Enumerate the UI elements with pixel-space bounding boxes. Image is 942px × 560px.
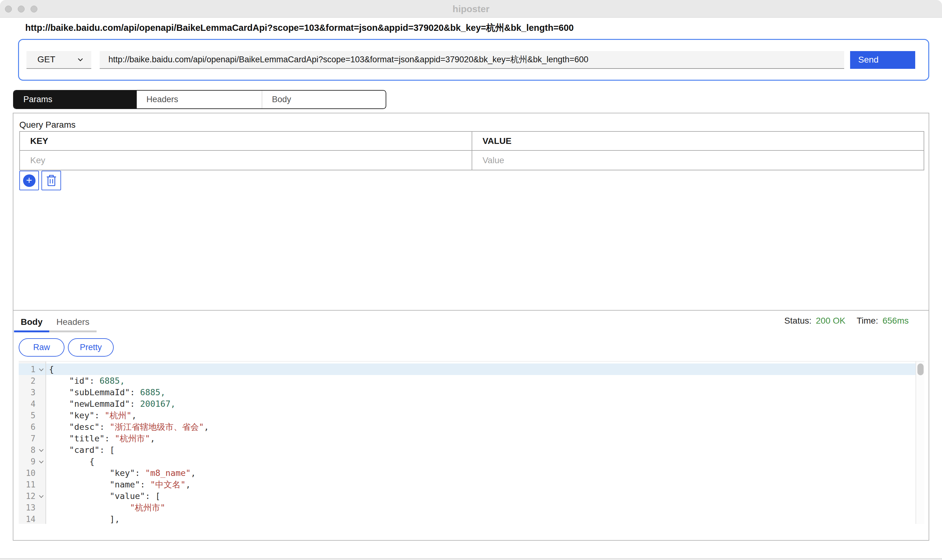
code-line: 12 "value": [: [19, 490, 916, 502]
param-row-actions: +: [19, 171, 61, 190]
line-number: 3: [19, 388, 46, 397]
code-lines: 1{2 "id": 6885,3 "subLemmaId": 6885,4 "n…: [19, 363, 916, 524]
response-body-viewer: 1{2 "id": 6885,3 "subLemmaId": 6885,4 "n…: [19, 361, 924, 524]
window-title: hiposter: [0, 0, 942, 18]
response-view-buttons: Raw Pretty: [19, 338, 114, 357]
line-number: 4: [19, 399, 46, 409]
status-label: Status:: [784, 316, 811, 326]
scrollbar-thumb[interactable]: [917, 363, 924, 375]
param-value-input[interactable]: [483, 155, 902, 165]
pretty-button[interactable]: Pretty: [68, 338, 114, 357]
table-row: [20, 151, 924, 170]
delete-param-button[interactable]: [42, 171, 61, 190]
request-response-divider: [13, 310, 929, 311]
line-number: 13: [19, 503, 46, 512]
column-header-key: KEY: [20, 132, 472, 150]
fold-chevron-icon[interactable]: [38, 368, 44, 372]
method-select[interactable]: GET: [26, 51, 91, 69]
column-header-value: VALUE: [472, 132, 924, 150]
chevron-down-icon: [76, 55, 85, 63]
code-line: 8 "card": [: [19, 444, 916, 456]
code-scrollbar[interactable]: [916, 362, 924, 524]
request-tabs: Params Headers Body: [13, 90, 386, 109]
param-key-input[interactable]: [30, 155, 449, 165]
request-url-heading: http://baike.baidu.com/api/openapi/Baike…: [25, 22, 574, 34]
fold-chevron-icon[interactable]: [38, 448, 44, 452]
query-params-title: Query Params: [19, 120, 76, 130]
query-params-table: KEY VALUE: [19, 131, 924, 170]
fold-chevron-icon[interactable]: [38, 460, 44, 464]
code-line: 13 "杭州市": [19, 502, 916, 513]
send-button[interactable]: Send: [850, 51, 915, 69]
code-line: 5 "key": "杭州",: [19, 409, 916, 421]
response-tab-headers[interactable]: Headers: [49, 314, 97, 332]
trash-icon: [46, 174, 57, 187]
code-line: 1{: [19, 363, 916, 375]
tab-body[interactable]: Body: [262, 91, 386, 108]
tab-headers[interactable]: Headers: [137, 91, 262, 108]
window-bottom-edge: [0, 558, 942, 559]
line-number: 6: [19, 422, 46, 432]
raw-button[interactable]: Raw: [19, 338, 65, 357]
response-status: Status: 200 OK Time: 656ms: [784, 316, 909, 326]
line-number: 10: [19, 468, 46, 478]
code-line: 2 "id": 6885,: [19, 375, 916, 386]
code-line: 3 "subLemmaId": 6885,: [19, 386, 916, 398]
add-param-button[interactable]: +: [19, 171, 39, 190]
code-line: 6 "desc": "浙江省辖地级市、省会",: [19, 421, 916, 432]
time-label: Time:: [857, 316, 878, 326]
code-line: 4 "newLemmaId": 200167,: [19, 398, 916, 409]
app-window: hiposter http://baike.baidu.com/api/open…: [0, 0, 942, 560]
line-number: 14: [19, 514, 46, 524]
fold-chevron-icon[interactable]: [38, 494, 44, 498]
main-panel: Query Params KEY VALUE +: [13, 113, 929, 541]
code-line: 9 {: [19, 456, 916, 467]
response-tabs: Body Headers: [14, 314, 97, 332]
gutter-separator: [46, 362, 46, 524]
request-bar: GET Send: [18, 39, 929, 81]
time-value: 656ms: [882, 316, 909, 326]
code-line: 11 "name": "中文名",: [19, 479, 916, 490]
code-line: 7 "title": "杭州市",: [19, 432, 916, 444]
table-header-row: KEY VALUE: [20, 132, 924, 151]
line-number: 2: [19, 376, 46, 386]
titlebar: hiposter: [0, 0, 942, 18]
line-number: 7: [19, 434, 46, 443]
code-line: 10 "key": "m8_name",: [19, 467, 916, 479]
code-line: 14 ],: [19, 513, 916, 524]
url-input[interactable]: [100, 51, 844, 69]
plus-icon: +: [23, 174, 35, 187]
status-value: 200 OK: [816, 316, 845, 326]
line-number: 5: [19, 411, 46, 420]
line-number: 11: [19, 480, 46, 489]
tab-params[interactable]: Params: [14, 91, 137, 108]
method-select-value: GET: [37, 54, 55, 65]
response-tab-body[interactable]: Body: [14, 314, 49, 332]
